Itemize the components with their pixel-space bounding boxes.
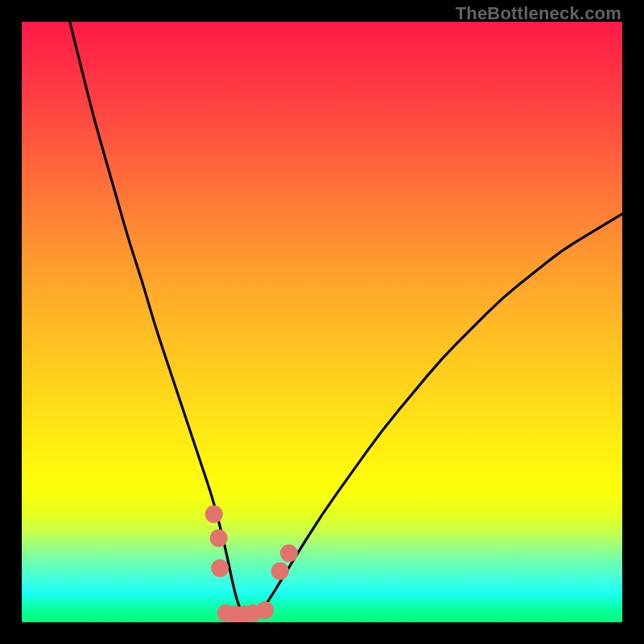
bottleneck-curve: [70, 22, 622, 617]
curve-path: [70, 22, 622, 617]
attribution-text: TheBottleneck.com: [456, 3, 621, 24]
data-marker: [280, 544, 298, 562]
data-marker: [211, 559, 229, 577]
chart-svg: [22, 22, 622, 622]
data-marker: [256, 601, 274, 619]
data-marker: [205, 506, 223, 523]
data-marker: [210, 530, 228, 547]
data-marker: [271, 563, 289, 580]
plot-frame: [22, 22, 622, 622]
